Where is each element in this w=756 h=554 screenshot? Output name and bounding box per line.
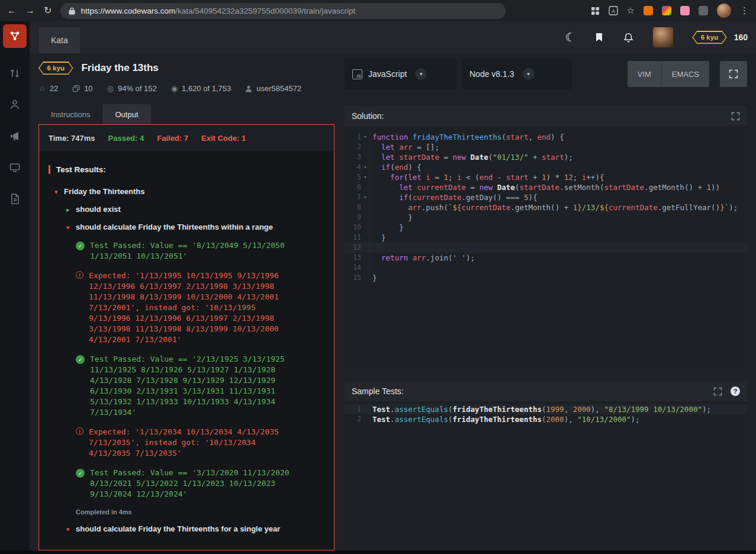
- browser-menu-icon[interactable]: ⋮: [740, 5, 749, 16]
- back-icon[interactable]: ←: [7, 6, 17, 15]
- tab-instructions[interactable]: Instructions: [38, 104, 102, 124]
- expanded-arrow-icon[interactable]: ▾: [54, 188, 63, 196]
- summary-fail: Exit Code: 1: [201, 134, 246, 143]
- screen-icon[interactable]: [0, 152, 30, 183]
- bookmark-star-icon[interactable]: ☆: [627, 5, 635, 16]
- code-line[interactable]: 1Test.assertEquals(fridayTheThirteenths(…: [345, 404, 747, 414]
- tab-output[interactable]: Output: [102, 104, 150, 124]
- code-line[interactable]: 11 }: [345, 233, 747, 243]
- tab-groups-icon[interactable]: [591, 7, 600, 15]
- vim-button[interactable]: VIM: [628, 61, 661, 87]
- fold-arrow-icon[interactable]: ▾: [361, 162, 370, 172]
- code-line[interactable]: 9 }: [345, 212, 747, 223]
- kata-header: 6 kyu Friday the 13ths: [38, 62, 334, 75]
- fullscreen-button[interactable]: [720, 61, 747, 87]
- help-icon[interactable]: ?: [731, 386, 740, 396]
- notifications-bell-icon[interactable]: [623, 32, 634, 43]
- line-number: 11: [345, 233, 361, 243]
- translate-icon[interactable]: A: [609, 6, 618, 15]
- fold-gutter: [361, 273, 370, 283]
- code-line[interactable]: 3 let startDate = new Date("01/13/" + st…: [345, 152, 747, 162]
- test-text: should calculate Friday the Thirteenths …: [76, 223, 273, 231]
- dark-mode-icon[interactable]: ☾: [565, 30, 575, 44]
- code-line[interactable]: 5▾ for(let i = 1; i < (end - start + 1) …: [345, 172, 747, 182]
- fold-arrow-icon[interactable]: ▾: [361, 192, 370, 202]
- test-text: Test Passed: Value == '8/13/2049 5/13/20…: [90, 240, 301, 262]
- fold-arrow-icon[interactable]: ▾: [361, 172, 370, 182]
- codewars-logo[interactable]: [3, 24, 27, 48]
- code-text: }: [372, 223, 747, 233]
- extension-pink-icon[interactable]: [680, 6, 690, 15]
- git-compare-icon[interactable]: [0, 57, 30, 89]
- stat-star: ☆22: [38, 84, 58, 93]
- code-line[interactable]: 8 arr.push(`${currentDate.getMonth() + 1…: [345, 202, 747, 212]
- extension-orange-icon[interactable]: [644, 6, 653, 15]
- target-icon: ◎: [107, 84, 114, 93]
- code-line[interactable]: 7▾ if(currentDate.getDay() === 5){: [345, 192, 747, 202]
- test-failed-message: !Expected: '1/13/2034 10/13/2034 4/13/20…: [49, 427, 324, 459]
- test-results-label: Test Results:: [49, 165, 324, 174]
- forward-icon[interactable]: →: [25, 6, 35, 15]
- summary-plain: Time: 747ms: [49, 134, 95, 143]
- test-text: Expected: '1/13/1995 10/13/1995 9/13/199…: [89, 270, 300, 345]
- kumite-icon[interactable]: [0, 89, 30, 120]
- solution-editor[interactable]: 1▾function fridayTheThirteenths(start, e…: [345, 126, 747, 372]
- kata-tab[interactable]: Kata: [39, 27, 80, 53]
- fold-gutter: [361, 404, 370, 414]
- header-actions: ☾ 6 kyu 160: [565, 21, 748, 53]
- line-number: 7: [345, 192, 361, 202]
- expanded-arrow-icon[interactable]: ▾: [66, 224, 75, 231]
- line-number: 1: [345, 404, 361, 414]
- collapsed-arrow-icon[interactable]: ▸: [66, 206, 75, 214]
- user-rank-badge[interactable]: 6 kyu: [692, 31, 726, 44]
- test-describe-row[interactable]: ▾should calculate Friday the Thirteenths…: [49, 223, 324, 231]
- circle-icon: ◉: [171, 84, 178, 93]
- runtime-dropdown[interactable]: Node v8.1.3 ▾: [462, 59, 572, 89]
- lock-icon: [69, 7, 75, 15]
- language-dropdown[interactable]: JS JavaScript ▾: [345, 59, 457, 89]
- emacs-button[interactable]: EMACS: [661, 61, 709, 87]
- code-line[interactable]: 2Test.assertEquals(fridayTheThirteenths(…: [345, 414, 747, 424]
- code-line[interactable]: 4▾ if(end) {: [345, 162, 747, 172]
- code-line[interactable]: 15}: [345, 273, 747, 283]
- line-number: 3: [345, 152, 361, 162]
- expand-icon[interactable]: [731, 112, 740, 121]
- test-describe-row[interactable]: ▾should calculate Friday the Thirteenths…: [49, 524, 324, 533]
- test-it-row[interactable]: ▸should exist: [49, 205, 324, 214]
- code-line[interactable]: 13 return arr.join(' ');: [345, 253, 747, 263]
- line-number: 2: [345, 142, 361, 152]
- extension-multicolor-icon[interactable]: [662, 6, 671, 15]
- rank-honor-group: 6 kyu 160: [692, 31, 748, 44]
- fail-alert-icon: !: [76, 271, 83, 279]
- fold-gutter: [361, 243, 370, 253]
- expand-icon[interactable]: [713, 387, 722, 396]
- fold-gutter: [361, 233, 370, 243]
- code-line[interactable]: 14: [345, 263, 747, 273]
- line-number: 2: [345, 414, 361, 424]
- reload-icon[interactable]: ↻: [44, 6, 52, 15]
- bookmarks-icon[interactable]: [594, 32, 604, 43]
- browser-toolbar: ← → ↻ https://www.codewars.com/kata/5409…: [0, 0, 756, 21]
- fail-alert-icon: !: [76, 427, 83, 435]
- code-line[interactable]: 1▾function fridayTheThirteenths(start, e…: [345, 132, 747, 142]
- code-line[interactable]: 6 let currentDate = new Date(startDate.s…: [345, 182, 747, 192]
- announcements-icon[interactable]: [0, 120, 30, 152]
- user-avatar[interactable]: [653, 27, 673, 47]
- fold-arrow-icon[interactable]: ▾: [361, 132, 370, 142]
- code-line[interactable]: 12: [345, 243, 747, 253]
- code-text: if(currentDate.getDay() === 5){: [372, 192, 747, 202]
- fold-gutter: [361, 182, 370, 192]
- code-line[interactable]: 10 }: [345, 223, 747, 233]
- code-text: [372, 243, 747, 253]
- browser-profile-avatar[interactable]: [717, 4, 731, 18]
- address-bar[interactable]: https://www.codewars.com/kata/540954232a…: [60, 3, 506, 19]
- sample-tests-panel-header: Sample Tests: ?: [345, 381, 747, 401]
- extension-dark-icon[interactable]: [699, 6, 708, 15]
- code-line[interactable]: 2 let arr = [];: [345, 142, 747, 152]
- test-text: Test Passed: Value == '2/13/1925 3/13/19…: [90, 354, 301, 418]
- test-text: Completed in 4ms: [76, 508, 132, 516]
- sample-editor[interactable]: 1Test.assertEquals(fridayTheThirteenths(…: [345, 401, 747, 550]
- docs-icon[interactable]: [0, 183, 30, 214]
- test-describe-row[interactable]: ▾Friday the Thirteenths: [49, 187, 324, 196]
- expanded-arrow-icon[interactable]: ▾: [66, 526, 75, 533]
